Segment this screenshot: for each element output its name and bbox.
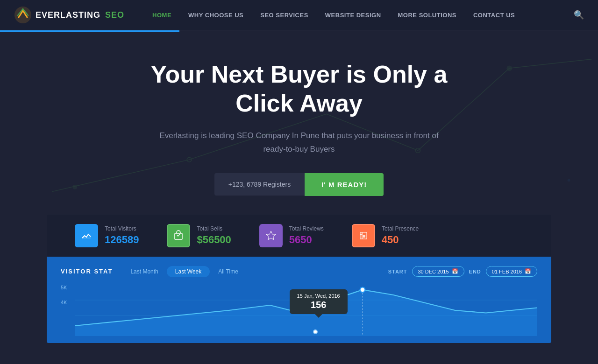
tab-last-month[interactable]: Last Month bbox=[127, 266, 162, 277]
logo[interactable]: EVERLASTING SEO bbox=[14, 6, 124, 24]
end-label: END bbox=[469, 269, 481, 274]
end-date-value: 01 FEB 2016 bbox=[492, 269, 522, 274]
stat-sells-icon bbox=[167, 224, 190, 247]
end-calendar-icon: 📅 bbox=[525, 268, 531, 274]
svg-point-4 bbox=[72, 185, 77, 189]
visitor-stat-title: VISITOR STAT bbox=[61, 268, 113, 275]
chart-y-label-4k: 4K bbox=[61, 300, 67, 305]
stat-visitors-value: 126589 bbox=[105, 234, 139, 246]
nav-why-choose-us[interactable]: WHY CHOOSE US bbox=[188, 12, 243, 19]
svg-rect-9 bbox=[363, 235, 365, 238]
hero-bg-decoration bbox=[0, 32, 598, 215]
start-label: START bbox=[388, 269, 407, 274]
tooltip-arrow bbox=[315, 314, 322, 318]
start-date-input[interactable]: 30 DEC 2015 📅 bbox=[412, 266, 464, 277]
stat-total-visitors: Total Visitors 126589 bbox=[75, 224, 139, 247]
logo-everlasting: EVERLASTING bbox=[36, 10, 100, 20]
stat-sells-label: Total Sells bbox=[197, 225, 231, 232]
stat-reviews-value: 5650 bbox=[289, 234, 324, 246]
stat-total-sells: Total Sells $56500 bbox=[167, 224, 231, 247]
svg-point-3 bbox=[506, 65, 512, 71]
chart-y-label-5k: 5K bbox=[61, 285, 67, 290]
nav-more-solutions[interactable]: MORE SOLUTIONS bbox=[398, 12, 456, 19]
navbar: EVERLASTING SEO HOME WHY CHOOSE US SEO S… bbox=[0, 0, 598, 30]
logo-seo: SEO bbox=[105, 10, 124, 20]
tooltip-value: 156 bbox=[297, 300, 340, 310]
logo-icon bbox=[14, 6, 32, 24]
chart-tooltip: 15 Jan, Wed, 2016 156 bbox=[290, 289, 348, 314]
stats-bar: Total Visitors 126589 Total Sells $56500… bbox=[47, 215, 551, 257]
stat-total-reviews: Total Reviews 5650 bbox=[259, 224, 324, 247]
tooltip-date: 15 Jan, Wed, 2016 bbox=[297, 293, 340, 299]
nav-links: HOME WHY CHOOSE US SEO SERVICES WEBSITE … bbox=[152, 12, 574, 19]
stat-presence-label: Total Presence bbox=[382, 225, 419, 232]
stat-presence-icon bbox=[352, 224, 375, 247]
nav-contact-us[interactable]: CONTACT US bbox=[473, 12, 515, 19]
visitor-header: VISITOR STAT Last Month Last Week All Ti… bbox=[61, 266, 537, 277]
nav-website-design[interactable]: WEBSITE DESIGN bbox=[325, 12, 381, 19]
stat-total-presence: Total Presence 450 bbox=[352, 224, 419, 247]
search-icon[interactable]: 🔍 bbox=[574, 10, 584, 20]
visitor-stat-section: VISITOR STAT Last Month Last Week All Ti… bbox=[47, 257, 551, 343]
chart-area: 5K 4K 15 Jan, Wed, 2016 156 bbox=[61, 285, 537, 336]
nav-seo-services[interactable]: SEO SERVICES bbox=[260, 12, 308, 19]
tab-last-week[interactable]: Last Week bbox=[167, 266, 210, 277]
end-date-input[interactable]: 01 FEB 2016 📅 bbox=[486, 266, 537, 277]
tab-row: Last Month Last Week All Time bbox=[127, 266, 242, 277]
stat-sells-value: $56500 bbox=[197, 234, 231, 246]
nav-home[interactable]: HOME bbox=[152, 12, 171, 19]
tab-all-time[interactable]: All Time bbox=[214, 266, 242, 277]
stat-visitors-label: Total Visitors bbox=[105, 225, 139, 232]
stat-visitors-icon bbox=[75, 224, 98, 247]
stat-presence-value: 450 bbox=[382, 234, 419, 246]
svg-marker-8 bbox=[266, 231, 276, 240]
stat-reviews-icon bbox=[259, 224, 283, 247]
start-date-value: 30 DEC 2015 bbox=[418, 269, 449, 274]
start-calendar-icon: 📅 bbox=[452, 268, 458, 274]
hero-section: Your Next Buyer is Only a Click Away Eve… bbox=[0, 32, 598, 215]
svg-point-5 bbox=[568, 179, 570, 182]
stat-reviews-label: Total Reviews bbox=[289, 225, 324, 232]
svg-rect-7 bbox=[175, 233, 182, 239]
date-row: START 30 DEC 2015 📅 END 01 FEB 2016 📅 bbox=[388, 266, 537, 277]
chart-dot bbox=[313, 329, 318, 334]
